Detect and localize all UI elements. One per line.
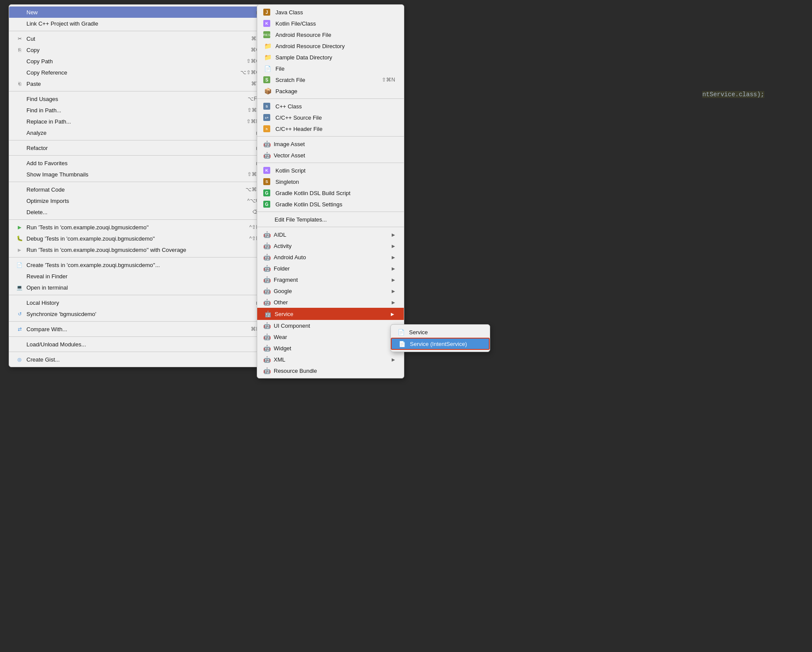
menu-item-android-res-file[interactable]: RES Android Resource File <box>257 29 404 40</box>
show-thumbnails-icon <box>15 171 24 178</box>
menu-item-refactor[interactable]: Refactor ▶ <box>9 142 268 153</box>
gradle-kotlin-settings-label: Gradle Kotlin DSL Settings <box>275 201 395 208</box>
menu-item-fragment[interactable]: 🤖 Fragment ▶ <box>257 274 404 285</box>
menu-item-copy[interactable]: ⎘ Copy ⌘C <box>9 44 268 55</box>
xml-icon: 🤖 <box>263 356 270 363</box>
menu-item-delete[interactable]: Delete... ⌫ <box>9 206 268 218</box>
menu-item-replace-in-path[interactable]: Replace in Path... ⇧⌘R <box>9 116 268 127</box>
copy-ref-label: Copy Reference <box>26 69 232 76</box>
menu-item-scratch-file[interactable]: S Scratch File ⇧⌘N <box>257 74 404 85</box>
paste-label: Paste <box>26 81 242 87</box>
create-tests-label: Create 'Tests in 'com.example.zouqi.bgmu… <box>26 262 260 268</box>
menu-item-synchronize[interactable]: ↺ Synchronize 'bgmusicdemo' <box>9 308 268 319</box>
menu-item-reveal-finder[interactable]: Reveal in Finder <box>9 271 268 282</box>
menu-item-run-tests-cov[interactable]: ▶ Run 'Tests in 'com.example.zouqi.bgmus… <box>9 244 268 255</box>
sample-data-dir-label: Sample Data Directory <box>275 54 395 61</box>
menu-item-reformat-code[interactable]: Reformat Code ⌥⌘L <box>9 184 268 195</box>
menu-item-cpp-source[interactable]: c+ C/C++ Source File <box>257 112 404 123</box>
menu-item-new[interactable]: New ▶ <box>9 7 268 18</box>
menu-item-xml[interactable]: 🤖 XML ▶ <box>257 354 404 365</box>
sep2 <box>9 91 268 91</box>
menu-item-kotlin-class[interactable]: K Kotlin File/Class <box>257 18 404 29</box>
menu-item-copy-path[interactable]: Copy Path ⇧⌘C <box>9 55 268 67</box>
menu-item-folder[interactable]: 🤖 Folder ▶ <box>257 263 404 274</box>
singleton-icon: S <box>263 178 270 185</box>
menu-item-add-favorites[interactable]: Add to Favorites ▶ <box>9 157 268 169</box>
menu-item-copy-reference[interactable]: Copy Reference ⌥⇧⌘C <box>9 67 268 78</box>
refactor-label: Refactor <box>26 145 253 151</box>
gradle-kotlin-settings-icon: G <box>263 201 270 208</box>
sep9 <box>9 321 268 322</box>
menu-item-create-tests[interactable]: 📄 Create 'Tests in 'com.example.zouqi.bg… <box>9 259 268 271</box>
menu-item-image-asset[interactable]: 🤖 Image Asset <box>257 138 404 150</box>
cpp-class-label: C++ Class <box>275 103 395 110</box>
menu-item-aidl[interactable]: 🤖 AIDL ▶ <box>257 229 404 240</box>
menu-item-ui-component[interactable]: 🤖 UI Component ▶ <box>257 320 404 331</box>
menu-item-cpp-header[interactable]: h C/C++ Header File <box>257 123 404 134</box>
menu-item-service-plain[interactable]: 📄 Service <box>391 326 490 338</box>
menu-item-load-unload[interactable]: Load/Unload Modules... <box>9 339 268 350</box>
google-icon: 🤖 <box>263 287 270 294</box>
menu-item-show-image-thumbnails[interactable]: Show Image Thumbnails ⇧⌘T <box>9 169 268 180</box>
ui-component-label: UI Component <box>274 323 388 329</box>
add-favorites-label: Add to Favorites <box>26 160 253 166</box>
menu-item-android-res-dir[interactable]: 📁 Android Resource Directory <box>257 40 404 52</box>
menu-item-activity[interactable]: 🤖 Activity ▶ <box>257 240 404 251</box>
menu-item-service[interactable]: 🤖 Service ▶ <box>257 308 404 320</box>
sec-sep3 <box>257 163 404 163</box>
menu-item-create-gist[interactable]: ◎ Create Gist... <box>9 354 268 365</box>
scratch-file-icon: S <box>263 76 270 83</box>
menu-item-google[interactable]: 🤖 Google ▶ <box>257 285 404 297</box>
sep10 <box>9 336 268 337</box>
menu-item-compare-with[interactable]: ⇄ Compare With... ⌘D <box>9 323 268 335</box>
menu-item-gradle-kotlin-settings[interactable]: G Gradle Kotlin DSL Settings <box>257 199 404 210</box>
menu-item-analyze[interactable]: Analyze ▶ <box>9 127 268 138</box>
menu-item-other[interactable]: 🤖 Other ▶ <box>257 297 404 308</box>
image-asset-label: Image Asset <box>274 141 395 147</box>
open-terminal-icon: 💻 <box>15 284 24 291</box>
menu-item-java-class[interactable]: J Java Class <box>257 7 404 18</box>
menu-item-run-tests[interactable]: ▶ Run 'Tests in 'com.example.zouqi.bgmus… <box>9 222 268 233</box>
menu-item-gradle-kotlin-build[interactable]: G Gradle Kotlin DSL Build Script <box>257 187 404 199</box>
kotlin-class-icon: K <box>263 20 270 27</box>
file-icon: 📄 <box>263 65 272 72</box>
menu-item-cpp-class[interactable]: S C++ Class <box>257 101 404 112</box>
singleton-label: Singleton <box>275 179 395 185</box>
menu-item-service-intent[interactable]: 📄 Service (IntentService) <box>391 338 490 350</box>
menu-item-paste[interactable]: ⎗ Paste ⌘V <box>9 78 268 89</box>
menu-item-open-terminal[interactable]: 💻 Open in terminal <box>9 282 268 293</box>
menu-item-optimize-imports[interactable]: Optimize Imports ^⌥O <box>9 195 268 206</box>
menu-item-package[interactable]: 📦 Package <box>257 85 404 97</box>
cpp-header-label: C/C++ Header File <box>275 126 395 132</box>
find-in-path-icon <box>15 107 24 114</box>
menu-item-singleton[interactable]: S Singleton <box>257 176 404 187</box>
menu-item-widget[interactable]: 🤖 Widget ▶ <box>257 342 404 354</box>
java-class-label: Java Class <box>275 9 395 16</box>
menu-item-vector-asset[interactable]: 🤖 Vector Asset <box>257 150 404 161</box>
menu-item-kotlin-script[interactable]: K Kotlin Script <box>257 165 404 176</box>
service-icon: 🤖 <box>264 310 271 317</box>
local-history-icon <box>15 299 24 306</box>
sep4 <box>9 155 268 156</box>
sep5 <box>9 182 268 182</box>
run-tests-icon: ▶ <box>15 224 24 231</box>
menu-item-android-auto[interactable]: 🤖 Android Auto ▶ <box>257 251 404 263</box>
menu-item-edit-file-templates[interactable]: Edit File Templates... <box>257 214 404 225</box>
reformat-label: Reformat Code <box>26 186 237 193</box>
menu-item-link-cpp[interactable]: Link C++ Project with Gradle <box>9 18 268 29</box>
menu-item-debug-tests[interactable]: 🐛 Debug 'Tests in 'com.example.zouqi.bgm… <box>9 233 268 244</box>
menu-item-local-history[interactable]: Local History ▶ <box>9 297 268 308</box>
menu-item-file[interactable]: 📄 File <box>257 63 404 74</box>
add-favorites-icon <box>15 160 24 166</box>
menu-item-find-usages[interactable]: Find Usages ⌥F7 <box>9 93 268 104</box>
menu-item-resource-bundle[interactable]: 🤖 Resource Bundle <box>257 365 404 376</box>
menu-item-sample-data-dir[interactable]: 📁 Sample Data Directory <box>257 52 404 63</box>
menu-item-wear[interactable]: 🤖 Wear ▶ <box>257 331 404 342</box>
menu-item-find-in-path[interactable]: Find in Path... ⇧⌘F <box>9 104 268 116</box>
package-label: Package <box>275 88 395 95</box>
sample-data-dir-icon: 📁 <box>263 54 272 61</box>
package-icon: 📦 <box>263 88 272 95</box>
menu-item-cut[interactable]: ✂ Cut ⌘X <box>9 33 268 44</box>
run-tests-cov-icon: ▶ <box>15 246 24 253</box>
image-asset-icon: 🤖 <box>263 140 270 147</box>
